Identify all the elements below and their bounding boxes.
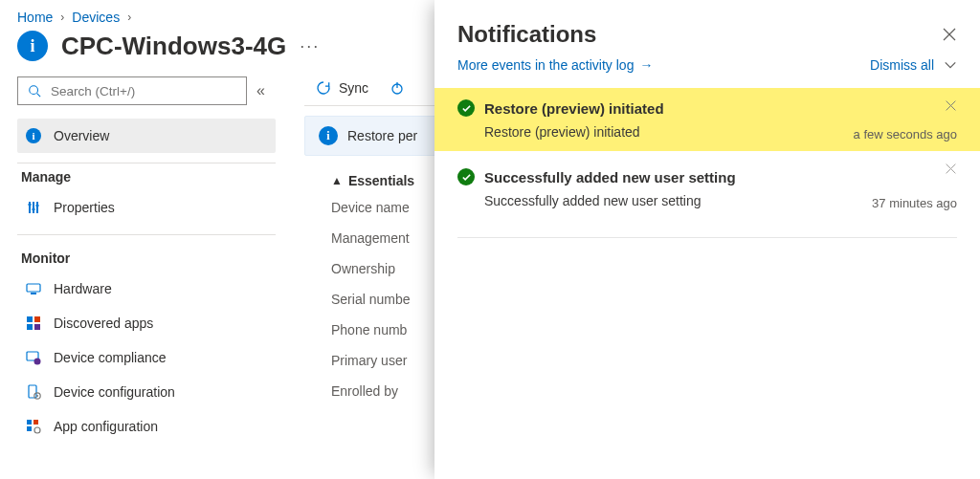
device-config-icon xyxy=(25,383,42,401)
search-field[interactable] xyxy=(49,83,236,99)
svg-point-0 xyxy=(30,86,38,95)
svg-rect-18 xyxy=(29,385,36,398)
collapse-sidebar-button[interactable]: « xyxy=(256,82,265,99)
power-button[interactable] xyxy=(390,80,405,96)
sidebar-item-hardware[interactable]: Hardware xyxy=(17,272,276,306)
sidebar-item-discovered-apps[interactable]: Discovered apps xyxy=(17,306,276,340)
sidebar-item-label: Discovered apps xyxy=(54,316,153,331)
svg-point-17 xyxy=(34,359,41,365)
apps-icon xyxy=(25,315,42,332)
search-input[interactable] xyxy=(17,76,247,105)
svg-rect-13 xyxy=(34,316,40,322)
info-icon: i xyxy=(319,126,338,145)
sidebar-item-label: Properties xyxy=(54,200,115,215)
divider xyxy=(457,237,957,238)
notification-item: Successfully added new user setting Succ… xyxy=(434,151,980,220)
status-text: Restore per xyxy=(347,128,417,143)
more-actions-button[interactable]: ··· xyxy=(300,36,320,56)
panel-title: Notifications xyxy=(457,21,596,48)
more-events-link[interactable]: More events in the activity log → xyxy=(457,57,653,73)
chevron-right-icon: › xyxy=(60,11,64,24)
divider xyxy=(17,163,276,163)
properties-icon xyxy=(25,199,42,216)
svg-point-24 xyxy=(34,427,40,433)
svg-rect-10 xyxy=(27,284,40,292)
sidebar: « i Overview Manage Properties xyxy=(0,76,287,444)
svg-line-1 xyxy=(37,94,41,98)
sidebar-item-device-configuration[interactable]: Device configuration xyxy=(17,375,276,409)
breadcrumb-home[interactable]: Home xyxy=(17,10,53,25)
svg-rect-21 xyxy=(27,420,32,425)
success-icon xyxy=(457,99,475,117)
essentials-title: Essentials xyxy=(348,173,414,188)
tool-label: Sync xyxy=(339,80,368,96)
sidebar-item-device-compliance[interactable]: Device compliance xyxy=(17,340,276,375)
sync-button[interactable]: Sync xyxy=(316,80,368,96)
notification-title: Successfully added new user setting xyxy=(484,169,736,185)
chevron-up-icon: ▲ xyxy=(331,174,343,187)
device-compliance-icon xyxy=(25,349,42,366)
svg-rect-23 xyxy=(27,426,32,431)
page-title: CPC-Windows3-4G xyxy=(61,32,286,61)
arrow-right-icon: → xyxy=(639,57,653,73)
svg-rect-22 xyxy=(33,420,38,425)
close-panel-button[interactable] xyxy=(942,27,957,42)
link-label: More events in the activity log xyxy=(457,57,634,73)
sidebar-section-manage: Manage xyxy=(21,169,276,185)
info-icon: i xyxy=(25,127,42,144)
success-icon xyxy=(457,168,475,185)
sidebar-item-label: Overview xyxy=(54,128,109,143)
dismiss-all-button[interactable]: Dismiss all xyxy=(870,57,934,73)
svg-rect-11 xyxy=(31,293,36,294)
svg-point-20 xyxy=(36,395,38,397)
svg-rect-14 xyxy=(27,324,33,330)
sidebar-item-label: App configuration xyxy=(54,419,158,434)
refresh-icon xyxy=(316,80,331,96)
breadcrumb-devices[interactable]: Devices xyxy=(72,10,120,25)
chevron-down-icon[interactable] xyxy=(944,58,957,72)
power-icon xyxy=(390,80,405,96)
monitor-icon xyxy=(25,280,42,297)
dismiss-notification-button[interactable] xyxy=(945,99,957,112)
svg-rect-8 xyxy=(33,208,35,210)
search-icon xyxy=(28,84,41,98)
divider xyxy=(17,234,276,235)
notifications-panel: Notifications More events in the activit… xyxy=(434,0,980,479)
sidebar-item-label: Device compliance xyxy=(54,350,167,365)
svg-rect-9 xyxy=(36,205,39,207)
info-icon: i xyxy=(17,31,48,61)
dismiss-notification-button[interactable] xyxy=(945,163,957,175)
sidebar-item-overview[interactable]: i Overview xyxy=(17,119,276,153)
sidebar-item-label: Device configuration xyxy=(54,384,175,400)
svg-text:i: i xyxy=(32,130,34,142)
notification-title: Restore (preview) initiated xyxy=(484,100,664,117)
app-config-icon xyxy=(25,418,42,435)
chevron-right-icon: › xyxy=(127,11,131,24)
notification-item: Restore (preview) initiated Restore (pre… xyxy=(434,88,980,151)
notification-time: 37 minutes ago xyxy=(872,196,957,210)
sidebar-item-app-configuration[interactable]: App configuration xyxy=(17,409,276,444)
sidebar-item-properties[interactable]: Properties xyxy=(17,190,276,225)
sidebar-item-label: Hardware xyxy=(54,281,112,296)
svg-rect-12 xyxy=(27,316,33,322)
notification-time: a few seconds ago xyxy=(854,127,957,142)
svg-rect-7 xyxy=(29,204,32,206)
svg-rect-15 xyxy=(34,324,40,330)
sidebar-section-monitor: Monitor xyxy=(21,250,276,266)
